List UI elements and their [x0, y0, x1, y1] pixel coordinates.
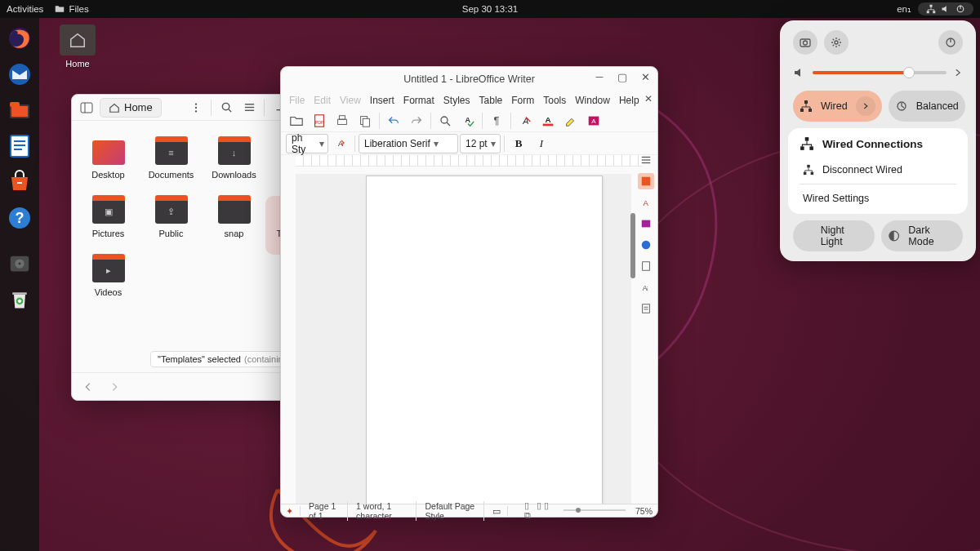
menu-styles[interactable]: Styles — [443, 95, 470, 106]
folder-videos[interactable]: ▸Videos — [77, 255, 140, 313]
dock-writer[interactable] — [4, 131, 35, 162]
font-name-combo[interactable]: Liberation Serif▾ — [359, 134, 458, 153]
dock-disk[interactable] — [4, 248, 35, 279]
vertical-scrollbar[interactable] — [630, 174, 635, 504]
files-app-menu[interactable]: Files — [55, 4, 88, 14]
style-inspector-icon[interactable]: Aᵢ — [638, 279, 654, 295]
sidebar-toggle-icon[interactable] — [77, 98, 96, 118]
dark-mode-toggle[interactable]: Dark Mode — [881, 220, 963, 251]
manage-changes-icon[interactable] — [638, 300, 654, 317]
font-size-combo[interactable]: 12 pt▾ — [460, 134, 501, 153]
forward-button[interactable] — [105, 377, 124, 397]
italic-button[interactable]: I — [531, 134, 552, 153]
folder-public[interactable]: ⇪Public — [140, 196, 203, 255]
back-button[interactable] — [78, 377, 98, 397]
night-light-toggle[interactable]: Night Light — [793, 220, 875, 251]
spellcheck-icon[interactable]: A — [457, 111, 479, 131]
document-area[interactable] — [296, 174, 631, 504]
wired-settings[interactable]: Wired Settings — [791, 186, 964, 211]
font-color-icon[interactable]: A — [537, 111, 559, 131]
dock-thunderbird[interactable] — [4, 59, 35, 90]
menu-format[interactable]: Format — [403, 95, 434, 106]
svg-point-47 — [441, 117, 448, 123]
update-style-icon[interactable]: A — [330, 134, 351, 153]
status-words[interactable]: 1 word, 1 character — [356, 501, 416, 521]
settings-button-icon[interactable] — [824, 30, 849, 55]
disconnect-wired[interactable]: Disconnect Wired — [791, 158, 964, 182]
save-indicator-icon[interactable]: ✦ — [286, 506, 301, 516]
system-status-area[interactable] — [918, 2, 973, 16]
print-icon[interactable] — [332, 111, 353, 131]
clock[interactable]: Sep 30 13:31 — [0, 4, 980, 14]
folder-pictures[interactable]: ▣Pictures — [77, 196, 140, 255]
menu-edit[interactable]: Edit — [314, 95, 331, 106]
writer-menubar[interactable]: FileEditViewInsertFormatStylesTableFormT… — [281, 91, 657, 109]
zoom-slider[interactable] — [562, 506, 627, 516]
activities-button[interactable]: Activities — [7, 4, 43, 14]
menu-help[interactable]: Help — [619, 95, 639, 106]
subpanel-title: Wired Connections — [822, 138, 923, 150]
menu-tools[interactable]: Tools — [543, 95, 566, 106]
dock-trash[interactable] — [4, 284, 35, 315]
screenshot-button-icon[interactable] — [793, 30, 817, 55]
page-panel-icon[interactable] — [638, 258, 654, 274]
highlight-icon[interactable] — [560, 111, 581, 131]
folder-label: Documents — [149, 170, 194, 180]
paragraph-style-combo[interactable]: ph Sty▾ — [286, 134, 328, 153]
writer-titlebar[interactable]: Untitled 1 - LibreOffice Writer ─ ▢ ✕ — [281, 67, 657, 91]
redo-icon[interactable] — [406, 111, 427, 131]
menu-window[interactable]: Window — [575, 95, 610, 106]
status-language[interactable]: ▭ — [492, 506, 508, 516]
zoom-value[interactable]: 75% — [635, 506, 653, 516]
folder-documents[interactable]: ≡Documents — [140, 137, 203, 196]
search-icon[interactable] — [216, 98, 236, 118]
menu-view[interactable]: View — [340, 95, 361, 106]
status-style[interactable]: Default Page Style — [425, 501, 483, 521]
dock-software[interactable] — [4, 167, 35, 198]
properties-panel-icon[interactable] — [638, 173, 654, 189]
export-pdf-icon[interactable]: PDF — [309, 111, 330, 131]
open-icon[interactable] — [286, 111, 307, 131]
svg-rect-16 — [17, 182, 22, 184]
power-mode-toggle[interactable]: Balanced — [889, 91, 965, 122]
dock-files[interactable] — [4, 95, 35, 126]
page[interactable] — [366, 176, 603, 504]
bold-button[interactable]: B — [508, 134, 529, 153]
wired-quick-toggle[interactable]: Wired — [793, 91, 882, 122]
clear-format-icon[interactable]: A — [514, 111, 536, 131]
close-button[interactable]: ✕ — [638, 69, 653, 84]
folder-downloads[interactable]: ↓Downloads — [203, 137, 265, 196]
styles-panel-icon[interactable]: A — [638, 194, 654, 211]
undo-icon[interactable] — [383, 111, 404, 131]
horizontal-ruler[interactable] — [296, 155, 643, 167]
volume-expand-icon[interactable] — [953, 68, 963, 78]
menu-form[interactable]: Form — [511, 95, 534, 106]
find-icon[interactable] — [434, 111, 456, 131]
char-bg-icon[interactable]: A — [583, 111, 604, 131]
keyboard-layout-indicator[interactable]: en₁ — [897, 3, 911, 15]
folder-desktop[interactable]: Desktop — [77, 137, 140, 196]
sidebar-menu-icon[interactable] — [638, 152, 654, 168]
dock-firefox[interactable] — [4, 23, 35, 54]
gallery-panel-icon[interactable] — [638, 216, 654, 232]
dock-help[interactable]: ? — [4, 202, 35, 233]
maximize-button[interactable]: ▢ — [615, 69, 630, 84]
nonprinting-chars-icon[interactable]: ¶ — [486, 111, 507, 131]
path-home[interactable]: Home — [100, 98, 162, 118]
view-layout-icons[interactable]: ▯ ▯▯ ⧉ — [524, 500, 554, 521]
close-panel-icon[interactable]: ✕ — [644, 93, 653, 104]
menu-file[interactable]: File — [289, 95, 305, 106]
menu-table[interactable]: Table — [479, 95, 503, 106]
navigator-panel-icon[interactable] — [638, 237, 654, 253]
folder-snap[interactable]: snap — [203, 196, 265, 255]
hamburger-menu-icon[interactable] — [239, 98, 259, 118]
kebab-menu-icon[interactable] — [186, 98, 206, 118]
menu-insert[interactable]: Insert — [370, 95, 394, 106]
copy-icon[interactable] — [354, 111, 376, 131]
status-page[interactable]: Page 1 of 1 — [309, 501, 348, 521]
power-button-icon[interactable] — [938, 30, 963, 55]
minimize-button[interactable]: ─ — [592, 69, 607, 84]
chevron-right-icon[interactable] — [856, 96, 875, 116]
desktop-home-folder[interactable]: Home — [56, 24, 100, 69]
volume-slider[interactable] — [813, 71, 947, 74]
